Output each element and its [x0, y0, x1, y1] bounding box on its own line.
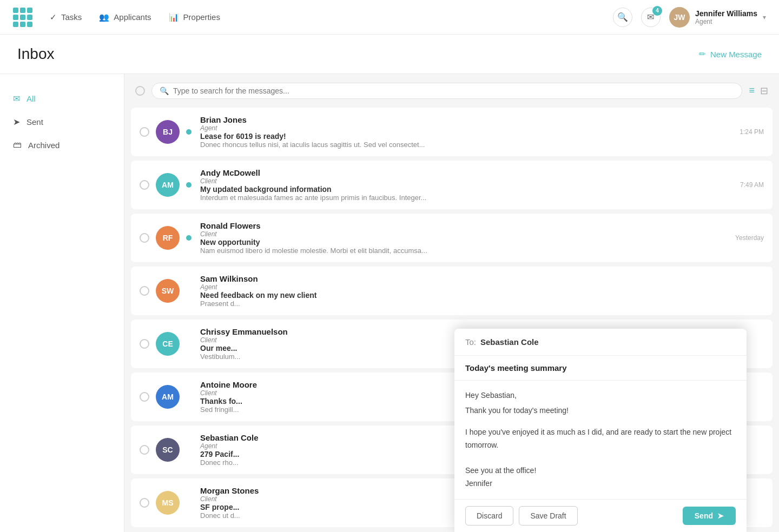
body-greeting: Hey Sebastian,	[465, 389, 736, 402]
sidebar-item-label: Archived	[28, 141, 60, 150]
sidebar-item-archived[interactable]: 🗃 Archived	[0, 134, 124, 156]
list-view-controls: ≡ ⊟	[749, 85, 768, 97]
unread-dot	[186, 129, 192, 135]
msg-preview: Praesent d...	[200, 300, 757, 308]
global-search-button[interactable]: 🔍	[613, 8, 632, 27]
body-thanks: Thank you for today's meeting!	[465, 404, 736, 417]
top-navigation: ✓ Tasks 👥 Applicants 📊 Properties 🔍 ✉ 4 …	[0, 0, 779, 35]
message-row[interactable]: AM Andy McDowell Client My updated backg…	[131, 161, 773, 209]
msg-time: Yesterday	[735, 234, 764, 242]
message-content: Brian Jones Agent Lease for 6019 is read…	[200, 115, 733, 149]
message-content: Ronald Flowers Client New opportunity Na…	[200, 221, 729, 255]
row-checkbox[interactable]	[140, 392, 149, 402]
sender-role: Agent	[200, 283, 757, 291]
avatar: SC	[156, 438, 180, 462]
body-hope: I hope you've enjoyed it as much as I di…	[465, 426, 736, 452]
row-checkbox[interactable]	[140, 233, 149, 243]
send-icon: ➤	[717, 511, 724, 520]
avatar: AM	[156, 385, 180, 409]
to-label: To:	[465, 337, 476, 347]
sender-name: Sam Wilkinson	[200, 274, 757, 283]
page-header: Inbox ✏ New Message	[0, 35, 779, 74]
tasks-label: Tasks	[61, 12, 82, 22]
compose-overlay: To: Sebastian Cole Today's meeting summa…	[454, 329, 747, 532]
sidebar-item-all[interactable]: ✉ All	[0, 87, 124, 110]
message-content: Andy McDowell Client My updated backgrou…	[200, 168, 734, 202]
properties-label: Properties	[183, 12, 220, 22]
msg-time: 7:49 AM	[740, 181, 764, 189]
unread-dot	[186, 235, 192, 241]
nav-links: ✓ Tasks 👥 Applicants 📊 Properties	[50, 12, 613, 22]
unread-dot	[186, 182, 192, 188]
msg-subject: New opportunity	[200, 238, 729, 247]
message-search-bar: 🔍	[151, 83, 742, 99]
send-label: Send	[695, 511, 713, 520]
message-row[interactable]: BJ Brian Jones Agent Lease for 6019 is r…	[131, 108, 773, 156]
user-details: Jennifer Williams Agent	[695, 9, 757, 25]
app-logo[interactable]	[13, 8, 32, 27]
message-row[interactable]: SW Sam Wilkinson Agent Need feedback on …	[131, 267, 773, 315]
body-sign: Jennifer	[465, 477, 736, 490]
grid-view-button[interactable]: ⊟	[760, 85, 768, 97]
msg-subject: Need feedback on my new client	[200, 291, 757, 300]
nav-properties[interactable]: 📊 Properties	[169, 12, 220, 22]
body-see-you: See you at the office!	[465, 464, 736, 477]
sender-name: Andy McDowell	[200, 168, 734, 177]
row-checkbox[interactable]	[140, 445, 149, 455]
compose-icon: ✏	[699, 49, 706, 59]
avatar: SW	[156, 279, 180, 303]
applicants-icon: 👥	[99, 12, 109, 22]
applicants-label: Applicants	[114, 12, 151, 22]
msg-subject: My updated background information	[200, 185, 734, 194]
archive-icon: 🗃	[13, 140, 22, 150]
row-checkbox[interactable]	[140, 339, 149, 349]
new-message-button[interactable]: ✏ New Message	[699, 49, 762, 59]
row-checkbox[interactable]	[140, 286, 149, 296]
message-row[interactable]: RF Ronald Flowers Client New opportunity…	[131, 214, 773, 262]
search-bar-icon: 🔍	[160, 87, 169, 95]
compose-to-field: To: Sebastian Cole	[454, 329, 747, 356]
user-name: Jennifer Williams	[695, 9, 757, 18]
msg-time: 1:24 PM	[740, 128, 764, 136]
row-checkbox[interactable]	[140, 498, 149, 508]
notification-badge: 4	[652, 6, 662, 16]
sidebar-item-label: Sent	[27, 117, 43, 127]
compose-footer: Discard Save Draft Send ➤	[454, 499, 747, 532]
sender-role: Client	[200, 177, 734, 185]
avatar: MS	[156, 491, 180, 515]
list-view-button[interactable]: ≡	[749, 85, 755, 97]
row-checkbox[interactable]	[140, 127, 149, 137]
topnav-actions: 🔍 ✉ 4 JW Jennifer Williams Agent ▾	[613, 7, 766, 28]
user-menu[interactable]: JW Jennifer Williams Agent ▾	[669, 7, 766, 28]
message-search-input[interactable]	[173, 87, 734, 95]
avatar: JW	[669, 7, 690, 28]
select-all-checkbox[interactable]	[135, 86, 145, 96]
sender-name: Brian Jones	[200, 115, 733, 124]
msg-preview: Nam euismod libero id molestie molestie.…	[200, 247, 729, 255]
chevron-down-icon: ▾	[763, 14, 766, 21]
msg-preview: Interdum et malesuada fames ac ante ipsu…	[200, 194, 734, 202]
row-checkbox[interactable]	[140, 180, 149, 190]
sender-name: Ronald Flowers	[200, 221, 729, 230]
sender-role: Client	[200, 230, 729, 238]
sent-icon: ➤	[13, 117, 20, 127]
msg-subject: Lease for 6019 is ready!	[200, 132, 733, 141]
message-content: Sam Wilkinson Agent Need feedback on my …	[200, 274, 757, 308]
compose-body[interactable]: Hey Sebastian, Thank you for today's mee…	[454, 381, 747, 499]
save-draft-button[interactable]: Save Draft	[519, 506, 577, 526]
send-button[interactable]: Send ➤	[683, 507, 736, 525]
nav-tasks[interactable]: ✓ Tasks	[50, 12, 82, 22]
nav-applicants[interactable]: 👥 Applicants	[99, 12, 151, 22]
tasks-icon: ✓	[50, 12, 57, 22]
sidebar-item-sent[interactable]: ➤ Sent	[0, 110, 124, 134]
compose-subject[interactable]: Today's meeting summary	[454, 356, 747, 381]
discard-button[interactable]: Discard	[465, 506, 513, 526]
page-title: Inbox	[17, 45, 55, 63]
inbox-sidebar: ✉ All ➤ Sent 🗃 Archived	[0, 74, 124, 532]
message-list-header: 🔍 ≡ ⊟	[124, 74, 779, 108]
avatar: CE	[156, 332, 180, 356]
msg-preview: Donec rhoncus tellus nisi, at iaculis la…	[200, 141, 733, 149]
notifications-button[interactable]: ✉ 4	[641, 8, 661, 27]
search-icon: 🔍	[617, 12, 628, 22]
to-name: Sebastian Cole	[480, 337, 539, 347]
